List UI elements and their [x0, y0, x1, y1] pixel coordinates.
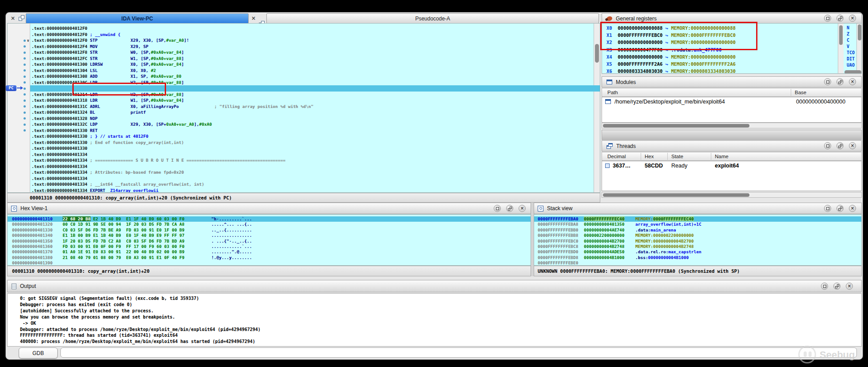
breakpoint-dot[interactable]: [24, 52, 26, 54]
panel-splitter[interactable]: [602, 130, 862, 140]
maximize-icon[interactable]: [824, 15, 831, 22]
disasm-line[interactable]: .text:0000000000401330 RET: [32, 128, 98, 134]
modules-list[interactable]: /home/ryze/Desktop/exploit_me/bin/exploi…: [602, 97, 862, 123]
disasm-line[interactable]: .text:0000000000401328 NOP: [32, 116, 98, 122]
hex-row[interactable]: 0000000000401360FD 03 00 91 E0 0F 00 F9 …: [8, 244, 531, 249]
threads-col-state[interactable]: State: [671, 154, 683, 159]
disasm-line[interactable]: .text:0000000000401330 ; } // starts at …: [32, 133, 148, 140]
disasm-line[interactable]: .text:000000000040131C ADRL X0, aFilling…: [32, 104, 313, 110]
thread-decimal[interactable]: 3637…: [613, 163, 630, 169]
close-icon[interactable]: ×: [849, 205, 856, 212]
float-icon[interactable]: [836, 15, 844, 22]
disasm-line[interactable]: .text:0000000000401330: [32, 145, 87, 152]
disasm-line[interactable]: .text:00000000004012F0: [32, 25, 87, 32]
hex-dump[interactable]: 000000000040131022 68 20 B8 E2 1B 40 B9 …: [7, 214, 531, 266]
tab-pseudocode-a[interactable]: Pseudocode-A: [266, 13, 599, 24]
close-icon[interactable]: ×: [849, 142, 856, 149]
disasm-line[interactable]: .text:0000000000401334 EXPORT _Z14array_…: [32, 187, 159, 193]
disasm-line[interactable]: .text:0000000000401324 BL printf: [32, 109, 146, 116]
disasm-line[interactable]: .text:00000000004012F8 STR W0, [SP,#0xA0…: [32, 49, 184, 56]
maximize-icon[interactable]: [824, 205, 831, 212]
close-icon[interactable]: ×: [11, 16, 15, 21]
command-input[interactable]: [60, 347, 857, 358]
hex-row[interactable]: 0000000000401330C0 03 5F D6 FD 7B BE A9 …: [8, 227, 531, 233]
stack-row[interactable]: 0000FFFFFFFFEBD800000000004B1000.bss:000…: [534, 255, 861, 260]
threads-col-name[interactable]: Name: [715, 154, 729, 159]
hex-row[interactable]: 000000000040138021 08 40 79 01 08 00 79 …: [8, 255, 531, 260]
output-panel-titlebar[interactable]: Output: [7, 280, 862, 292]
breakpoint-gutter[interactable]: [8, 24, 30, 192]
maximize-icon[interactable]: [494, 205, 501, 212]
breakpoint-dot[interactable]: [24, 76, 26, 78]
modules-col-base[interactable]: Base: [795, 90, 806, 95]
thread-state[interactable]: Ready: [671, 163, 687, 169]
modules-hscrollbar[interactable]: [602, 123, 862, 128]
threads-col-decimal[interactable]: Decimal: [607, 154, 626, 159]
disasm-line[interactable]: .text:000000000040132C LDP X29, X30, [SP…: [32, 121, 212, 128]
breakpoint-dot[interactable]: [24, 129, 26, 132]
breakpoint-dot[interactable]: [24, 124, 26, 126]
breakpoint-dot[interactable]: [24, 112, 26, 114]
disasm-line[interactable]: .text:0000000000401334 ; __int64 __fastc…: [32, 181, 204, 187]
disasm-line[interactable]: .text:0000000000401334: [32, 164, 87, 170]
disasm-line[interactable]: .text:0000000000401334: [32, 176, 87, 182]
threads-hscrollbar[interactable]: [602, 192, 862, 198]
gdb-button[interactable]: GDB: [19, 347, 58, 359]
modules-panel-titlebar[interactable]: Modules: [602, 76, 862, 88]
hex-row[interactable]: 000000000040131022 68 20 B8 E2 1B 40 B9 …: [8, 216, 531, 222]
close-icon[interactable]: ×: [519, 205, 526, 212]
collapse-chevron-icon[interactable]: ∨: [27, 39, 30, 43]
scrollbar-thumb[interactable]: [858, 24, 861, 40]
disasm-line[interactable]: .text:00000000004012FC STR W1, [SP,#0xA0…: [32, 56, 184, 62]
hex-row[interactable]: 000000000040137001 A0 1E 91 E0 83 00 91 …: [8, 249, 531, 255]
disasm-line[interactable]: .text:0000000000401334 ; Attributes: bp-…: [32, 169, 184, 176]
stack-row[interactable]: 0000FFFFFFFFEBC000000000004B2700MEMORY:0…: [534, 239, 861, 244]
breakpoint-dot[interactable]: [24, 45, 26, 48]
breakpoint-dot[interactable]: [24, 117, 26, 120]
breakpoint-dot[interactable]: [24, 40, 26, 42]
stack-row[interactable]: 0000FFFFFFFFEBB80000002200000000MEMORY:0…: [534, 233, 861, 238]
breakpoint-dot[interactable]: [24, 69, 26, 72]
disasm-line[interactable]: .text:0000000000401308 ADD X1, SP, #0xA0…: [32, 73, 181, 80]
module-path[interactable]: /home/ryze/Desktop/exploit_me/bin/exploi…: [614, 99, 725, 105]
close-icon[interactable]: ×: [251, 16, 256, 21]
breakpoint-dot[interactable]: [24, 105, 26, 108]
disassembly-scrollbar[interactable]: [594, 24, 600, 192]
register-row[interactable]: X5 0000FFFFFFFFF2A6 ↪ MEMORY:0000FFFFFFF…: [606, 61, 736, 68]
flags-scrollbar[interactable]: [856, 24, 862, 73]
register-row[interactable]: X3 0000000000477F00 ↪ .rodata:unk_477F00: [606, 47, 721, 54]
registers-scrollbar[interactable]: [838, 24, 844, 73]
float-icon[interactable]: [506, 205, 513, 212]
close-icon[interactable]: ×: [846, 283, 853, 290]
registers-panel-titlebar[interactable]: General registers: [602, 13, 862, 24]
scrollbar-thumb[interactable]: [603, 124, 749, 128]
disasm-line[interactable]: .text:00000000004012F0 STP X29, X30, [SP…: [32, 37, 189, 44]
hexview-panel-titlebar[interactable]: Hex View-1: [7, 203, 531, 214]
disasm-line[interactable]: .text:0000000000401318 LDR W1, [SP,#0xA0…: [32, 97, 184, 104]
registers-list[interactable]: X0 0000000000000088 ↪ MEMORY:00000000000…: [602, 23, 862, 74]
register-row[interactable]: X0 0000000000000088 ↪ MEMORY:00000000000…: [606, 25, 736, 32]
disasm-line[interactable]: .text:0000000000401314 LDR W2, [SP,#0xA0…: [32, 92, 184, 98]
scrollbar-thumb[interactable]: [839, 25, 843, 45]
float-icon[interactable]: [836, 78, 844, 85]
register-row[interactable]: X1 0000FFFFFFFFEBC0 ↪ MEMORY:0000FFFFFFF…: [606, 32, 736, 40]
threads-panel-titlebar[interactable]: Threads: [602, 140, 862, 152]
register-row[interactable]: X4 0000000000000000 ↪ MEMORY:00000000000…: [606, 54, 736, 61]
breakpoint-dot[interactable]: [24, 81, 26, 84]
disasm-line[interactable]: .text:0000000000401330 ; End of function…: [32, 140, 184, 146]
disasm-line[interactable]: .text:00000000004012F0 ; __unwind {: [32, 32, 120, 38]
disasm-line[interactable]: .text:0000000000401300 LDRSW X0, [SP,#0x…: [32, 61, 184, 68]
float-icon[interactable]: [836, 142, 844, 149]
output-log[interactable]: 0: got SIGSEGV signal (Segmentation faul…: [7, 293, 862, 347]
disasm-line[interactable]: .text:0000000000401304 LSL X0, X0, #2: [32, 68, 156, 74]
hex-row[interactable]: 0000000000401340E1 1B 00 B9 E1 1B 40 B9 …: [8, 233, 531, 238]
breakpoint-dot[interactable]: [24, 88, 26, 90]
scrollbar-thumb[interactable]: [595, 44, 599, 63]
breakpoint-dot[interactable]: [24, 100, 26, 102]
thread-hex[interactable]: 58CDD: [645, 163, 663, 169]
breakpoint-dot[interactable]: [24, 93, 26, 96]
thread-name[interactable]: exploit64: [715, 163, 739, 169]
copy-view-icon[interactable]: [19, 15, 24, 21]
hex-row[interactable]: 000000000040132000 C0 1D 91 9B 5E 00 94 …: [8, 222, 531, 227]
stack-row[interactable]: 0000FFFFFFFFEBA80000000000401350array_ov…: [534, 222, 861, 227]
